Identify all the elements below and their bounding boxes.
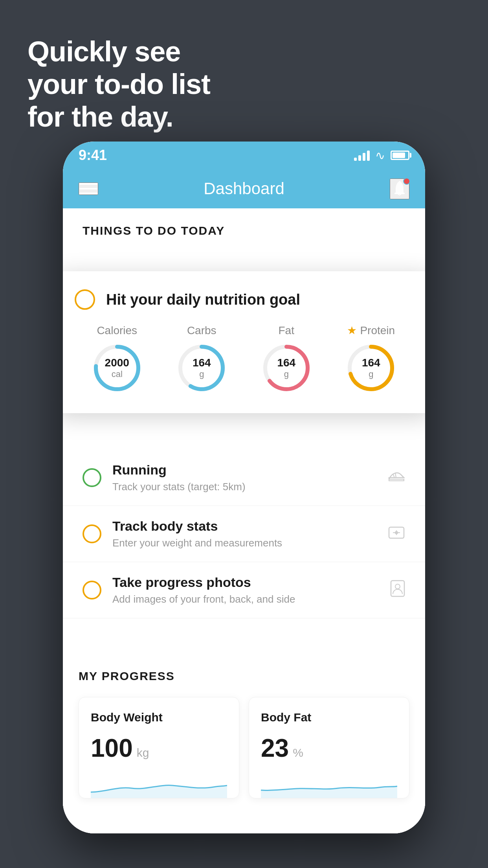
body-stats-subtitle: Enter your weight and measurements [112,537,387,549]
nutrition-check-circle[interactable] [75,289,95,310]
nutrition-card-title: Hit your daily nutrition goal [106,291,300,308]
nutrition-carbs: Carbs 164 g [176,324,227,394]
body-stats-name: Track body stats [112,519,387,534]
body-fat-num: 23 [261,734,289,763]
nutrition-card-title-row: Hit your daily nutrition goal [75,289,413,310]
fat-label: Fat [279,324,294,337]
wifi-icon: ∿ [375,149,385,162]
progress-cards: Body Weight 100 kg [79,697,409,798]
app-content: THINGS TO DO TODAY Hit your daily nutrit… [63,208,425,833]
headline-line1: Quickly see [28,35,210,68]
phone-frame: 9:41 ∿ [63,142,425,833]
photos-subtitle: Add images of your front, back, and side [112,593,390,605]
running-subtitle: Track your stats (target: 5km) [112,481,387,493]
running-name: Running [112,462,387,478]
header-title: Dashboard [204,179,284,198]
things-heading: THINGS TO DO TODAY [63,208,425,245]
svg-rect-0 [394,193,405,194]
hamburger-line-2 [79,188,97,189]
signal-bar-4 [367,151,370,161]
signal-bar-2 [358,155,361,161]
photos-name: Take progress photos [112,575,390,590]
signal-icon [354,150,370,161]
todo-running[interactable]: Running Track your stats (target: 5km) [63,450,425,506]
signal-bar-3 [363,153,365,161]
headline: Quickly see your to-do list for the day. [28,35,210,133]
body-weight-num: 100 [91,734,133,763]
bell-icon [391,179,409,199]
page-wrapper: Quickly see your to-do list for the day.… [0,0,488,868]
status-time: 9:41 [79,147,107,164]
nutrition-fat: Fat 164 g [261,324,312,394]
fat-value: 164 g [277,357,295,379]
carbs-label: Carbs [187,324,216,337]
carbs-value: 164 g [193,357,211,379]
hamburger-button[interactable] [79,182,98,195]
running-text: Running Track your stats (target: 5km) [112,462,387,493]
body-weight-label: Body Weight [91,711,227,724]
status-bar: 9:41 ∿ [63,142,425,169]
protein-star-icon: ★ [347,324,357,337]
nutrition-calories: Calories 2000 cal [92,324,143,394]
shoe-icon [387,469,405,487]
body-weight-card: Body Weight 100 kg [79,697,239,798]
calories-label: Calories [97,324,137,337]
things-section: THINGS TO DO TODAY Hit your daily nutrit… [63,208,425,618]
body-fat-sparkline [261,774,397,798]
fat-circle: 164 g [261,342,312,394]
body-stats-check-circle[interactable] [83,524,101,543]
notification-dot [403,178,410,185]
todo-list: Running Track your stats (target: 5km) [63,450,425,618]
nutrition-protein: ★ Protein 164 [345,324,396,394]
body-fat-label: Body Fat [261,711,397,724]
headline-line3: for the day. [28,101,210,133]
nutrition-row: Calories 2000 cal [75,324,413,394]
nutrition-card: Hit your daily nutrition goal Calories [63,271,425,413]
running-check-circle[interactable] [83,468,101,487]
photos-text: Take progress photos Add images of your … [112,575,390,605]
progress-section: MY PROGRESS Body Weight 100 kg [63,650,425,814]
body-fat-value-row: 23 % [261,734,397,763]
hamburger-line-3 [79,193,97,194]
todo-body-stats[interactable]: Track body stats Enter your weight and m… [63,506,425,562]
body-stats-text: Track body stats Enter your weight and m… [112,519,387,549]
status-icons: ∿ [354,149,409,162]
signal-bar-1 [354,158,357,161]
svg-point-12 [395,584,400,589]
app-header: Dashboard [63,169,425,208]
body-fat-unit: % [293,746,303,760]
protein-circle: 164 g [345,342,396,394]
protein-label: ★ Protein [347,324,395,337]
battery-fill [393,153,405,158]
body-weight-unit: kg [137,746,149,760]
carbs-circle: 164 g [176,342,227,394]
scale-icon [387,523,405,545]
calories-value: 2000 cal [105,357,129,379]
calories-circle: 2000 cal [92,342,143,394]
photos-check-circle[interactable] [83,581,101,600]
battery-icon [391,151,409,160]
protein-value: 164 g [362,357,380,379]
todo-progress-photos[interactable]: Take progress photos Add images of your … [63,562,425,618]
body-weight-value-row: 100 kg [91,734,227,763]
body-fat-card: Body Fat 23 % [249,697,409,798]
headline-line2: your to-do list [28,68,210,101]
hamburger-line-1 [79,183,97,185]
body-weight-sparkline [91,774,227,798]
person-icon [390,579,405,601]
notification-button[interactable] [390,178,409,199]
progress-heading: MY PROGRESS [79,669,409,683]
